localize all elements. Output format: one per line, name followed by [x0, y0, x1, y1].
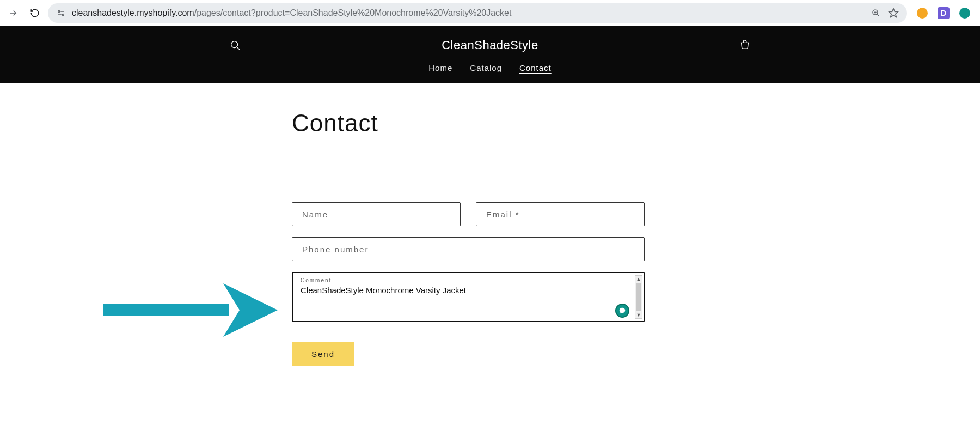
phone-field[interactable]	[292, 237, 645, 261]
site-header: CleanShadeStyle Home Catalog Contact	[0, 26, 980, 83]
extension-icons: D	[911, 7, 976, 19]
page-title: Contact	[292, 110, 980, 137]
nav-home[interactable]: Home	[428, 63, 452, 72]
extension-d-icon[interactable]: D	[938, 7, 950, 19]
send-button[interactable]: Send	[292, 342, 354, 366]
comment-field-wrap: Comment ▲ ▼	[292, 272, 645, 322]
zoom-icon[interactable]	[870, 7, 882, 19]
comment-label: Comment	[301, 277, 636, 283]
svg-point-9	[231, 41, 238, 48]
textarea-scrollbar[interactable]: ▲ ▼	[635, 275, 642, 319]
url-text: cleanshadestyle.myshopify.com/pages/cont…	[72, 8, 865, 18]
extension-orange-icon[interactable]	[917, 8, 928, 19]
brand-title[interactable]: CleanShadeStyle	[242, 38, 738, 52]
scroll-thumb[interactable]	[636, 283, 641, 311]
email-field[interactable]	[476, 202, 645, 226]
main-content: Contact Comment ▲ ▼ Send	[0, 83, 980, 366]
svg-line-10	[237, 47, 240, 50]
primary-nav: Home Catalog Contact	[0, 56, 980, 83]
svg-line-5	[877, 14, 879, 16]
scroll-down-icon[interactable]: ▼	[635, 312, 642, 318]
forward-button[interactable]	[4, 4, 22, 22]
name-field[interactable]	[292, 202, 461, 226]
reload-button[interactable]	[26, 4, 44, 22]
chat-bubble-icon[interactable]	[615, 304, 629, 318]
cart-icon[interactable]	[738, 39, 751, 52]
bookmark-star-icon[interactable]	[887, 7, 899, 19]
contact-form: Comment ▲ ▼ Send	[292, 202, 645, 366]
browser-toolbar: cleanshadestyle.myshopify.com/pages/cont…	[0, 0, 980, 26]
svg-marker-8	[889, 9, 898, 17]
site-settings-icon[interactable]	[56, 8, 66, 19]
scroll-up-icon[interactable]: ▲	[635, 276, 642, 282]
comment-field[interactable]	[301, 283, 636, 311]
search-icon[interactable]	[229, 39, 242, 52]
address-bar[interactable]: cleanshadestyle.myshopify.com/pages/cont…	[48, 3, 907, 23]
svg-point-2	[62, 14, 64, 16]
svg-point-0	[58, 11, 60, 13]
nav-contact[interactable]: Contact	[519, 63, 552, 72]
extension-green-icon[interactable]	[959, 8, 970, 19]
nav-catalog[interactable]: Catalog	[470, 63, 502, 72]
